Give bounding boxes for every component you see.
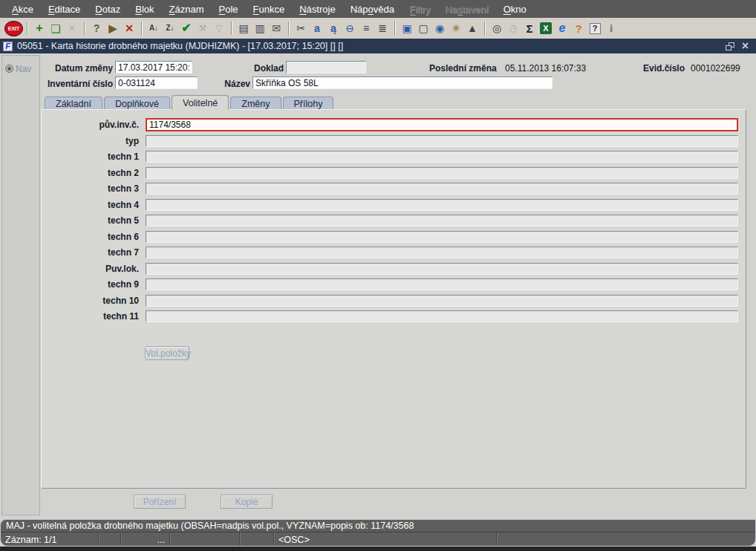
field-techn-10-input[interactable] (146, 295, 738, 307)
globe-icon[interactable]: ◉ (431, 20, 448, 36)
field-techn-7-input[interactable] (146, 247, 738, 258)
tab-strip: ZákladníDoplňkovéVolitelnéZměnyPřílohy (45, 96, 333, 110)
osc-indicator: <OSC> (274, 532, 497, 547)
field-techn-1-input[interactable] (146, 151, 738, 163)
evid-cislo-value: 0001022699 (691, 63, 740, 74)
duplicate-record-icon[interactable]: ❏ (48, 20, 64, 36)
status-dots: ... (121, 532, 170, 547)
record-counter: Záznam: 1/1 (1, 532, 99, 547)
field-puv-inv-c-input[interactable] (146, 118, 738, 131)
menu-blok[interactable]: Blok (128, 1, 161, 17)
field-techn-10-label: techn 10 (49, 296, 146, 306)
insert-record-icon[interactable]: + (31, 20, 48, 36)
clock-icon[interactable]: ◷ (505, 20, 521, 36)
window-bottom-edge (0, 547, 756, 551)
porizeni-button[interactable]: Pořízení (134, 495, 186, 509)
find-document-icon[interactable]: ◎ (489, 20, 505, 36)
menu-zaznam[interactable]: Záznam (162, 1, 212, 17)
field-techn-9-input[interactable] (146, 278, 738, 290)
wizard-icon[interactable]: ▲ (464, 20, 480, 36)
excel-export-icon[interactable]: X (538, 20, 554, 36)
menu-akce[interactable]: Akce (4, 1, 41, 17)
tab-prilohy[interactable]: Přílohy (283, 97, 334, 110)
menu-editace[interactable]: Editace (41, 1, 88, 17)
cut-icon[interactable]: ✂ (293, 20, 309, 36)
nav-radio[interactable] (5, 65, 13, 73)
field-techn-3-input[interactable] (146, 183, 738, 195)
menu-pole[interactable]: Pole (212, 1, 246, 17)
field-puv-lok-label: Puv.lok. (49, 264, 146, 274)
posledni-zmena-value: 05.11.2013 16:07:33 (505, 63, 586, 74)
field-puv-lok-input[interactable] (146, 263, 738, 275)
field-techn-4-input[interactable] (146, 199, 738, 211)
menu-funkce[interactable]: Funkce (246, 1, 293, 17)
copy-icon[interactable]: a (309, 20, 325, 36)
context-help-icon[interactable]: ? (570, 20, 587, 36)
filter-icon[interactable]: ▽ (211, 20, 227, 36)
kopie-button[interactable]: Kopie (221, 495, 273, 509)
menu-nastroje[interactable]: Nástroje (292, 1, 342, 17)
field-techn-6-input[interactable] (146, 231, 738, 243)
nav-sidebar: Nav (1, 55, 40, 515)
outline-list-icon[interactable]: ≡ (358, 20, 374, 36)
browser-icon[interactable]: e (554, 20, 570, 36)
window-controls: × (726, 42, 753, 50)
nazev-input[interactable] (252, 76, 553, 89)
field-techn-1-label: techn 1 (49, 151, 146, 162)
cancel-query-icon[interactable]: ✕ (121, 20, 137, 36)
outline-tree-icon[interactable]: ≣ (374, 20, 391, 36)
document-check-icon[interactable]: ▣ (399, 20, 415, 36)
status-bar: MAJ - volitelná položka drobného majetku… (0, 519, 756, 547)
ship-wheel-icon[interactable]: ✳ (448, 20, 464, 36)
sort-descending-icon[interactable]: Z↓ (162, 20, 178, 36)
field-rows: pův.inv.č.typtechn 1techn 2techn 3techn … (49, 119, 738, 327)
commit-icon[interactable]: ✔ (178, 20, 195, 36)
send-mail-icon[interactable]: ✉ (268, 20, 284, 36)
close-window-button[interactable]: × (742, 42, 749, 50)
menu-napoveda[interactable]: Nápověda (343, 1, 402, 17)
exit-button[interactable]: EXIT (4, 21, 23, 36)
zoom-out-icon[interactable]: ⊖ (342, 20, 358, 36)
menu-dotaz[interactable]: Dotaz (88, 1, 128, 17)
print-screen-icon[interactable]: ▥ (252, 20, 268, 36)
menu-filtry[interactable]: Filtry (402, 1, 437, 17)
doklad-label: Doklad (223, 63, 284, 74)
delete-record-icon[interactable]: ✕ (64, 20, 80, 36)
vol-polozky-button[interactable]: Vol.položky (145, 346, 189, 360)
field-techn-6-label: techn 6 (49, 232, 146, 242)
field-row-techn-7: techn 7 (49, 247, 738, 258)
field-techn-7-label: techn 7 (49, 247, 146, 258)
field-typ-input[interactable] (146, 135, 738, 147)
field-techn-2-input[interactable] (146, 167, 738, 179)
inventarni-cislo-input[interactable] (115, 76, 198, 89)
field-puv-inv-c-label: pův.inv.č. (49, 120, 146, 130)
app-icon: F (3, 42, 13, 51)
datum-zmeny-input[interactable] (115, 61, 192, 74)
sigma-icon[interactable]: Σ (521, 20, 538, 36)
document-edit-icon[interactable]: ▢ (415, 20, 431, 36)
info-icon[interactable]: i (603, 20, 619, 36)
help-icon[interactable]: ? (587, 20, 603, 36)
paste-icon[interactable]: ą (325, 20, 342, 36)
doklad-input[interactable] (286, 61, 366, 74)
field-techn-3-label: techn 3 (49, 183, 146, 194)
toolbar-separator (141, 22, 142, 35)
wrench-icon[interactable]: ⚒ (195, 20, 211, 36)
enter-query-icon[interactable]: ? (88, 20, 105, 36)
sort-ascending-icon[interactable]: A↓ (146, 20, 162, 36)
print-icon[interactable]: ▤ (235, 20, 252, 36)
restore-window-button[interactable] (726, 42, 734, 50)
execute-query-icon[interactable]: ▶ (105, 20, 121, 36)
field-techn-11-input[interactable] (146, 310, 738, 322)
tab-volitelne[interactable]: Volitelné (172, 95, 229, 110)
tab-zmeny[interactable]: Změny (230, 97, 281, 110)
field-row-puv-inv-c: pův.inv.č. (49, 119, 738, 131)
status-cell-5 (240, 532, 274, 547)
field-row-typ: typ (49, 135, 738, 147)
menu-nastaveni[interactable]: Nastavení (437, 1, 496, 17)
tab-doplnkove[interactable]: Doplňkové (104, 97, 170, 110)
evid-cislo-label: Evid.číslo (643, 63, 685, 74)
tab-zakladni[interactable]: Základní (45, 97, 102, 110)
menu-okno[interactable]: Okno (496, 1, 534, 17)
field-techn-5-input[interactable] (146, 215, 738, 226)
